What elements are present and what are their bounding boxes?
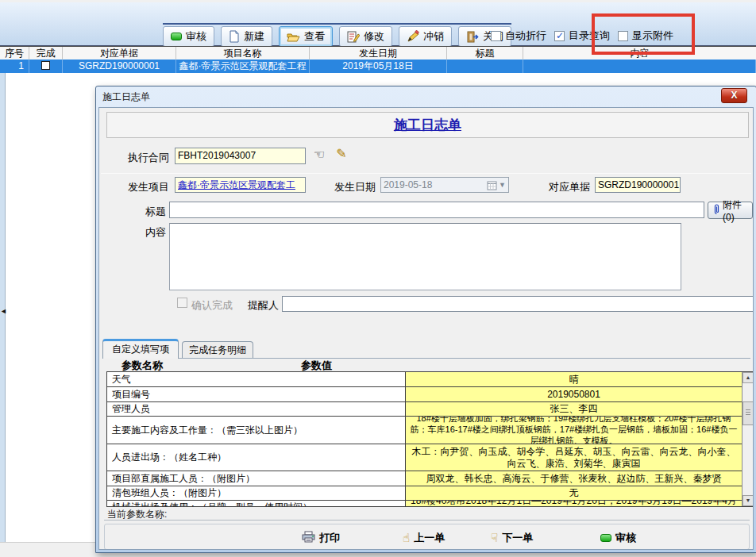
tab-task-detail[interactable]: 完成任务明细 (182, 341, 253, 359)
row-done-checkbox[interactable] (41, 61, 50, 70)
content-label: 内容 (144, 225, 166, 240)
print-button-label: 打印 (319, 531, 340, 545)
print-icon (302, 531, 315, 545)
doc-input[interactable]: SGRZD190000001 (595, 177, 681, 193)
close-x-icon: X (731, 90, 737, 101)
hand-down-icon: ☟ (491, 532, 498, 544)
row-done-cell (29, 60, 63, 73)
collapse-panel-handle[interactable]: ◄ (0, 308, 7, 315)
dialog-approve-button[interactable]: 审核 (600, 529, 636, 547)
new-button[interactable]: 新建 (221, 26, 272, 47)
dialog-approve-label: 审核 (615, 531, 636, 545)
dialog-titlebar[interactable]: 施工日志单 X (98, 86, 754, 107)
column-header-done[interactable]: 完成 (29, 47, 63, 60)
scrollbar-thumb[interactable] (742, 401, 754, 425)
writeoff-pencil-icon (407, 30, 419, 43)
param-name: 项目编号 (107, 387, 406, 401)
param-row[interactable]: 管理人员 张三、李四 (107, 402, 742, 417)
param-row[interactable]: 机械进出场及使用：（品牌、型号、使用时间） 18#楼40塔吊2018年12月1日… (107, 501, 742, 507)
hand-select-icon[interactable]: ☜ (312, 148, 326, 162)
project-link-input[interactable]: 鑫都·帝景示范区景观配套工 (175, 177, 306, 193)
tab-panel-line (102, 358, 750, 359)
confirm-done-checkbox[interactable] (177, 298, 187, 308)
table-row[interactable]: 1 SGRZD190000001 鑫都·帝景示范区景观配套工程 2019年05月… (0, 60, 756, 73)
confirm-done-label: 确认完成 (191, 298, 233, 313)
param-row[interactable]: 清包班组人员：（附图片） 无 (107, 486, 742, 501)
next-record-button[interactable]: ☟ 下一单 (491, 529, 533, 547)
doc-label: 对应单据 (542, 180, 590, 194)
scroll-up-icon[interactable]: ▲ (742, 372, 754, 383)
column-header-title[interactable]: 标题 (447, 47, 523, 60)
prev-record-button[interactable]: ☝ 上一单 (403, 529, 445, 547)
divider-line (101, 173, 751, 174)
toolbar-button-group: 审核 新建 查看 修改 冲销 关闭 (163, 23, 511, 47)
dropdown-arrow-icon[interactable]: ▼ (499, 178, 506, 192)
autowrap-checkbox-group[interactable]: 自动折行 (491, 29, 546, 43)
param-value[interactable]: 周双龙、韩长忠、高海云、于修营、张麦秋、赵边防、王新兴、秦梦贤 (406, 471, 742, 486)
param-row[interactable]: 项目部直属施工人员：（附图片） 周双龙、韩长忠、高海云、于修营、张麦秋、赵边防、… (107, 471, 742, 486)
view-button-label: 查看 (304, 29, 325, 44)
project-link[interactable]: 鑫都·帝景示范区景观配套工 (178, 179, 295, 190)
column-header-doc[interactable]: 对应单据 (63, 47, 176, 60)
param-name: 机械进出场及使用：（品牌、型号、使用时间） (107, 501, 406, 507)
new-document-icon (229, 30, 240, 43)
param-value[interactable]: 18#楼40塔吊2018年12月1日—2019年1月20日；2019年3月19日… (406, 501, 742, 507)
print-button[interactable]: 打印 (302, 529, 340, 547)
column-header-seq[interactable]: 序号 (0, 47, 29, 60)
reminder-label: 提醒人 (247, 298, 279, 313)
dialog-heading-band: 施工日志单 (106, 112, 749, 138)
param-row[interactable]: 主要施工内容及工作量：（需三张以上图片） 18#楼十层墙板加固，绑扎梁钢筋；19… (107, 417, 742, 444)
writeoff-button[interactable]: 冲销 (399, 26, 452, 47)
approve-button[interactable]: 审核 (163, 26, 214, 47)
status-bar: 当前参数名称: (104, 509, 750, 521)
param-value[interactable]: 2019050801 (406, 387, 742, 401)
param-value[interactable]: 木工：向尹贺、向玉成、胡令学、吕延东、胡玉、向云雷、向云龙、向小奎、向云飞、康浩… (406, 444, 742, 471)
row-seq: 1 (0, 60, 29, 73)
param-value[interactable]: 晴 (406, 372, 742, 386)
column-header-project[interactable]: 项目名称 (176, 47, 310, 60)
param-table-scrollbar[interactable]: ▲ ▼ (742, 372, 754, 506)
paperclip-icon (713, 203, 720, 217)
approve-icon (600, 534, 611, 542)
construction-log-dialog: 施工日志单 X 施工日志单 执行合同 FBHT2019043007 ☜ ✎ 发生… (95, 86, 756, 553)
param-value[interactable]: 张三、李四 (406, 402, 742, 416)
title-input[interactable] (169, 202, 704, 218)
hand-up-icon: ☝ (403, 532, 410, 544)
param-name: 清包班组人员：（附图片） (107, 486, 406, 500)
tab-custom-fields[interactable]: 自定义填写项 (102, 339, 179, 359)
date-label: 发生日期 (328, 180, 376, 194)
exit-door-icon (466, 31, 479, 43)
row-title (447, 60, 523, 73)
param-row[interactable]: 天气 晴 (107, 372, 742, 387)
modify-notepad-icon (347, 30, 360, 43)
application-window: 审核 新建 查看 修改 冲销 关闭 (0, 0, 756, 557)
approve-icon (171, 33, 182, 40)
param-name: 主要施工内容及工作量：（需三张以上图片） (107, 417, 406, 444)
approve-button-label: 审核 (186, 29, 206, 44)
param-row[interactable]: 人员进出场：（姓名工种） 木工：向尹贺、向玉成、胡令学、吕延东、胡玉、向云雷、向… (107, 444, 742, 471)
catalog-query-checkbox[interactable] (554, 31, 565, 41)
param-table: 天气 晴 项目编号 2019050801 管理人员 张三、李四 主要施工内容及工… (106, 371, 754, 507)
new-button-label: 新建 (244, 29, 264, 44)
attachment-button[interactable]: 附件 (0) (708, 202, 753, 219)
param-row[interactable]: 项目编号 2019050801 (107, 387, 742, 402)
row-doc-no: SGRZD190000001 (63, 60, 176, 73)
contract-input[interactable]: FBHT2019043007 (175, 148, 306, 164)
reminder-input[interactable] (282, 296, 754, 312)
param-value[interactable]: 18#楼十层墙板加固，绑扎梁钢筋；19#楼绑扎九层支墙柱模板；20#楼十层绑扎钢… (406, 417, 742, 444)
modify-button[interactable]: 修改 (339, 26, 392, 47)
autowrap-label: 自动折行 (505, 29, 546, 43)
contract-label: 执行合同 (120, 151, 169, 165)
view-button[interactable]: 查看 (279, 26, 333, 47)
row-date: 2019年05月18日 (310, 60, 447, 73)
annotation-rectangle (592, 13, 695, 55)
dialog-close-button[interactable]: X (721, 88, 747, 103)
content-textarea[interactable] (169, 223, 681, 290)
date-picker[interactable]: 2019-05-18 ▼ (380, 177, 509, 193)
scroll-down-icon[interactable]: ▼ (742, 495, 754, 506)
date-value: 2019-05-18 (384, 178, 487, 192)
param-value[interactable]: 无 (406, 486, 742, 500)
edit-pencil-icon[interactable]: ✎ (334, 147, 349, 161)
column-header-date[interactable]: 发生日期 (310, 47, 447, 60)
autowrap-checkbox[interactable] (491, 31, 501, 41)
